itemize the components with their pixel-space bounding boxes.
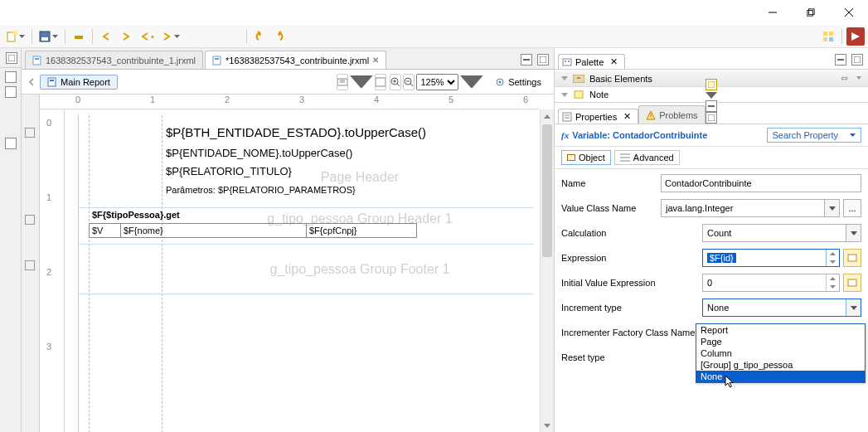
zoom-in-button[interactable] — [390, 74, 401, 90]
left-panel-restore-3[interactable] — [5, 138, 17, 149]
editor-tab-2[interactable]: *1638382537543_contribuinte.jrxml ✕ — [205, 51, 386, 69]
left-panel-minimize-button[interactable] — [6, 52, 17, 64]
palette-tab[interactable]: Palette ✕ — [558, 54, 625, 69]
prop-vcn-combo[interactable]: java.lang.Integer — [661, 199, 840, 217]
inc-option-report[interactable]: Report — [696, 324, 865, 336]
properties-tab-label: Properties — [575, 112, 617, 122]
mode-object-button[interactable]: Object — [561, 150, 611, 165]
section-menu-icon[interactable] — [856, 76, 861, 81]
toolbar-forward-button[interactable] — [117, 27, 135, 46]
spin-down-icon[interactable] — [827, 258, 839, 266]
toolbar-history-button[interactable] — [158, 27, 182, 46]
svg-line-32 — [397, 84, 400, 86]
table-row[interactable]: $V $F{nome} $F{cpfCnpj} — [89, 223, 417, 238]
prop-vcn-browse[interactable]: ... — [843, 199, 861, 217]
window-maximize-button[interactable] — [792, 0, 830, 25]
window-minimize-button[interactable] — [754, 0, 792, 25]
svg-marker-42 — [544, 424, 550, 428]
chevron-down-icon — [846, 299, 861, 316]
band-group-footer[interactable]: g_tipo_pessoa Group Footer 1 — [79, 245, 534, 294]
scroll-up-icon[interactable] — [541, 109, 554, 123]
toolbar-home-button[interactable]: • — [137, 27, 157, 46]
props-maximize-button[interactable] — [706, 112, 717, 124]
svg-marker-67 — [830, 252, 836, 255]
editor-tab-1[interactable]: 1638382537543_contribuinte_1.jrxml — [25, 51, 203, 69]
main-report-tab[interactable]: Main Report — [40, 75, 118, 90]
settings-button[interactable]: Settings — [490, 75, 546, 89]
search-property-button[interactable]: Search Property — [767, 128, 861, 143]
editor-maximize-button[interactable] — [537, 54, 549, 66]
zoom-out-button[interactable] — [403, 74, 415, 90]
editor-tool-2[interactable] — [375, 74, 386, 90]
svg-point-40 — [499, 80, 502, 83]
palette-minimize-button[interactable] — [835, 54, 846, 66]
chevron-down-icon[interactable] — [350, 75, 373, 89]
left-panel-restore-1[interactable] — [5, 71, 17, 83]
scroll-down-icon[interactable] — [541, 419, 554, 432]
palette-maximize-button[interactable] — [851, 54, 863, 66]
mode-advanced-button[interactable]: Advanced — [614, 150, 680, 165]
editor-tool-1[interactable] — [337, 74, 348, 90]
band-collapse-1[interactable] — [25, 128, 35, 138]
toolbar-perspective-button[interactable] — [819, 27, 837, 46]
expr-relatorio-titulo[interactable]: $P{RELATORIO_TITULO} — [166, 165, 292, 177]
col-nome[interactable]: $F{nome} — [121, 224, 307, 237]
spin-up-icon[interactable] — [827, 274, 839, 283]
tab-close-icon[interactable]: ✕ — [623, 111, 631, 122]
expression-edit-icon — [847, 254, 857, 262]
toolbar-new-button[interactable] — [3, 27, 27, 46]
expr-entidade-estado[interactable]: $P{BTH_ENTIDADE_ESTADO}.toUpperCase() — [166, 125, 426, 139]
expr-entidade-nome[interactable]: $P{ENTIDADE_NOME}.toUpperCase() — [166, 147, 352, 159]
toolbar-undo-button[interactable] — [251, 27, 269, 46]
expression-edit-icon — [847, 279, 857, 287]
toolbar-save-button[interactable] — [36, 27, 61, 46]
editor-minimize-button[interactable] — [521, 54, 532, 66]
vertical-scrollbar[interactable] — [540, 109, 554, 432]
svg-marker-58 — [706, 92, 717, 99]
props-minimize-button[interactable] — [706, 100, 717, 112]
prop-calc-combo[interactable]: Count — [702, 224, 861, 242]
band-page-header[interactable]: Page Header $P{BTH_ENTIDADE_ESTADO}.toUp… — [79, 114, 534, 208]
problems-tab[interactable]: Problems — [638, 105, 705, 124]
tab-close-icon[interactable]: ✕ — [372, 56, 379, 65]
band-collapse-3[interactable] — [25, 260, 35, 270]
tipo-pessoa-header[interactable]: $F{$tipoPessoa}.get — [92, 210, 180, 220]
svg-rect-18 — [33, 56, 41, 65]
properties-tab[interactable]: Properties ✕ — [558, 109, 638, 124]
tab-close-icon[interactable]: ✕ — [610, 56, 618, 67]
band-group-header[interactable]: g_tipo_pessoa Group Header 1 $F{$tipoPes… — [79, 208, 534, 245]
increment-type-dropdown[interactable]: Report Page Column [Group] g_tipo_pessoa… — [696, 323, 866, 383]
col-v[interactable]: $V — [90, 224, 121, 237]
inc-option-page[interactable]: Page — [696, 336, 865, 347]
section-pin-icon[interactable]: ⇔ — [841, 73, 848, 84]
props-tool-1[interactable] — [706, 79, 717, 90]
band-collapse-2[interactable] — [25, 215, 35, 225]
toolbar-jasper-button[interactable] — [846, 27, 865, 46]
prop-ive-input[interactable]: 0 — [702, 274, 840, 292]
inc-option-column[interactable]: Column — [696, 347, 865, 359]
expr-relatorio-parametros[interactable]: $P{RELATORIO_PARAMETROS} — [218, 185, 356, 195]
toolbar-build-button[interactable] — [70, 27, 88, 46]
chevron-down-icon[interactable] — [706, 92, 717, 99]
prop-inc-combo[interactable]: None — [702, 299, 861, 317]
chevron-down-icon[interactable] — [460, 75, 483, 89]
svg-rect-23 — [540, 56, 546, 63]
inc-option-group[interactable]: [Group] g_tipo_pessoa — [696, 359, 865, 371]
spin-down-icon[interactable] — [827, 283, 839, 291]
prop-expr-input[interactable]: $F{id} — [702, 249, 840, 267]
svg-marker-10 — [52, 35, 58, 38]
inc-option-none[interactable]: None — [696, 371, 865, 382]
window-close-button[interactable] — [830, 0, 868, 25]
zoom-select[interactable]: 125% — [416, 74, 458, 90]
prop-ive-edit[interactable] — [843, 274, 861, 292]
chevron-left-icon[interactable] — [27, 77, 36, 87]
left-panel-restore-2[interactable] — [5, 86, 17, 98]
col-cpfcnpj[interactable]: $F{cpfCnpj} — [307, 224, 416, 237]
editor-tab-2-label: *1638382537543_contribuinte.jrxml — [225, 56, 369, 66]
prop-name-input[interactable] — [661, 174, 861, 192]
spin-up-icon[interactable] — [827, 250, 839, 258]
prop-expr-edit[interactable] — [843, 249, 861, 267]
toolbar-redo-button[interactable] — [271, 27, 289, 46]
scrollbar-thumb[interactable] — [542, 124, 552, 257]
toolbar-back-button[interactable] — [97, 27, 115, 46]
